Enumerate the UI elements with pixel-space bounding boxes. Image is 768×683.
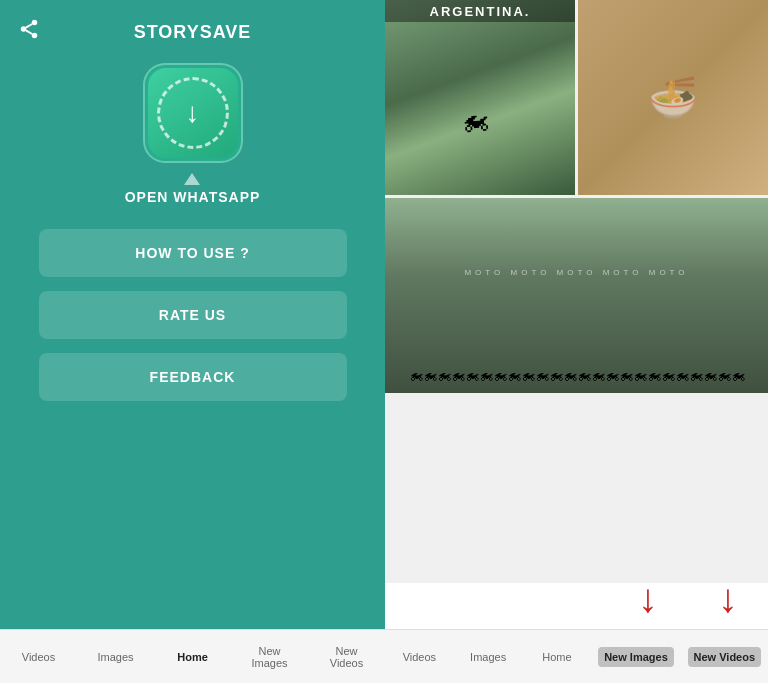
media-cell-motorcycle: Argentina. xyxy=(385,0,575,195)
argentina-banner: Argentina. xyxy=(385,0,575,22)
open-whatsapp-label[interactable]: OPEN WHATSAPP xyxy=(125,189,261,205)
how-to-use-button[interactable]: HOW TO USE ? xyxy=(39,229,347,277)
share-icon[interactable] xyxy=(18,18,40,46)
media-grid: Argentina. 🍜 🏍🏍🏍🏍🏍🏍🏍🏍🏍🏍🏍🏍 🏍🏍🏍🏍🏍🏍🏍🏍🏍🏍🏍🏍 xyxy=(385,0,768,583)
red-arrow-left: ↓ xyxy=(638,578,658,618)
nav-new-videos-left[interactable]: New Videos xyxy=(317,645,377,669)
media-cell-bikes: 🏍🏍🏍🏍🏍🏍🏍🏍🏍🏍🏍🏍 🏍🏍🏍🏍🏍🏍🏍🏍🏍🏍🏍🏍 xyxy=(385,198,768,393)
menu-buttons: HOW TO USE ? RATE US FEEDBACK xyxy=(39,229,347,401)
nav-new-videos-right[interactable]: New Videos xyxy=(688,647,762,667)
nav-images-left[interactable]: Images xyxy=(86,651,146,663)
bikes-row: 🏍🏍🏍🏍🏍🏍🏍🏍🏍🏍🏍🏍 xyxy=(409,367,577,383)
feedback-button[interactable]: FEEDBACK xyxy=(39,353,347,401)
arrows-area: ↓ ↓ xyxy=(608,543,768,623)
nav-home-left[interactable]: Home xyxy=(163,651,223,663)
nav-new-images-right[interactable]: New Images xyxy=(598,647,674,667)
media-cell-food: 🍜 xyxy=(578,0,768,195)
app-logo: ↓ xyxy=(143,63,243,163)
nav-videos-left[interactable]: Videos xyxy=(9,651,69,663)
bottom-nav-right: Videos Images Home New Images New Videos xyxy=(385,629,768,683)
nav-images-right[interactable]: Images xyxy=(461,651,516,663)
motorcycle-image: Argentina. xyxy=(385,0,575,195)
app-title: STORYSAVE xyxy=(134,22,252,43)
left-panel: STORYSAVE ↓ OPEN WHATSAPP HOW TO USE ? R… xyxy=(0,0,385,683)
food-image: 🍜 xyxy=(578,0,768,195)
svg-point-1 xyxy=(21,26,27,32)
bottom-nav-left: Videos Images Home New Images New Videos xyxy=(0,629,385,683)
download-icon: ↓ xyxy=(186,97,200,129)
right-panel: Argentina. 🍜 🏍🏍🏍🏍🏍🏍🏍🏍🏍🏍🏍🏍 🏍🏍🏍🏍🏍🏍🏍🏍🏍🏍🏍🏍 xyxy=(385,0,768,683)
svg-line-4 xyxy=(26,24,32,28)
svg-point-0 xyxy=(32,20,38,26)
svg-line-3 xyxy=(26,30,32,34)
svg-point-2 xyxy=(32,33,38,38)
rate-us-button[interactable]: RATE US xyxy=(39,291,347,339)
bikes-row-2: 🏍🏍🏍🏍🏍🏍🏍🏍🏍🏍🏍🏍 xyxy=(577,367,745,383)
triangle-icon xyxy=(184,173,200,185)
nav-videos-right[interactable]: Videos xyxy=(392,651,447,663)
nav-home-right[interactable]: Home xyxy=(529,651,584,663)
nav-new-images-left[interactable]: New Images xyxy=(240,645,300,669)
open-whatsapp-container: OPEN WHATSAPP xyxy=(125,173,261,205)
bikes-image: 🏍🏍🏍🏍🏍🏍🏍🏍🏍🏍🏍🏍 🏍🏍🏍🏍🏍🏍🏍🏍🏍🏍🏍🏍 xyxy=(385,198,768,393)
red-arrow-right: ↓ xyxy=(718,578,738,618)
